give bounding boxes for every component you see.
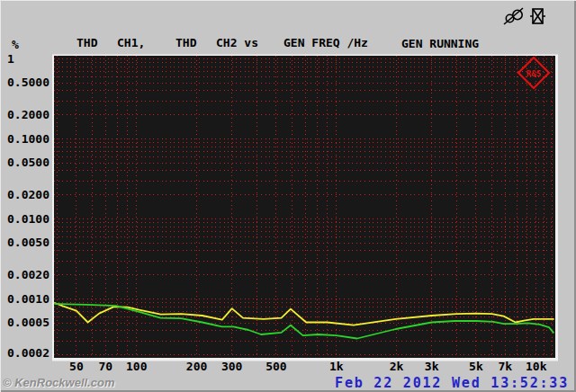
x-tick-label: 300 — [221, 361, 242, 372]
x-tick-label: 500 — [266, 361, 286, 372]
datetime-stamp: Feb 22 2012 Wed 13:52:33 — [335, 377, 569, 390]
audio-analyzer-screen: % THD CH1, THD CH2 vs GEN FREQ /Hz GEN R… — [0, 0, 576, 392]
x-tick-label: 7k — [499, 361, 513, 372]
y-tick-label: 1 — [7, 53, 14, 65]
y-tick-label: 0.0200 — [7, 189, 50, 200]
y-tick-label: 0.0050 — [7, 236, 50, 248]
svg-text:R&S: R&S — [526, 69, 541, 78]
y-tick-label: 0.1000 — [7, 133, 50, 145]
y-tick-label: 0.0500 — [7, 156, 50, 168]
x-tick-label: 50 — [69, 361, 84, 372]
x-tick-label: 3k — [425, 361, 439, 372]
y-tick-label: 0.0002 — [7, 347, 50, 359]
x-tick-label: 1k — [329, 361, 344, 372]
y-tick-label: 0.2000 — [7, 109, 50, 120]
x-tick-label: 10k — [526, 361, 546, 372]
x-tick-label: 5k — [469, 361, 483, 372]
y-tick-label: 0.0100 — [7, 213, 50, 225]
x-tick-label: 200 — [186, 361, 207, 372]
x-tick-label: 2k — [390, 361, 404, 372]
x-tick-label: 70 — [99, 361, 113, 372]
watermark: © KenRockwell.com — [3, 376, 114, 389]
y-tick-label: 0.5000 — [7, 76, 50, 88]
y-tick-label: 0.0020 — [7, 269, 50, 281]
y-tick-label: 0.0005 — [7, 316, 50, 328]
thd-vs-frequency-plot: R&S — [0, 0, 576, 392]
y-tick-label: 0.0010 — [7, 293, 50, 305]
x-tick-label: 100 — [126, 361, 147, 372]
